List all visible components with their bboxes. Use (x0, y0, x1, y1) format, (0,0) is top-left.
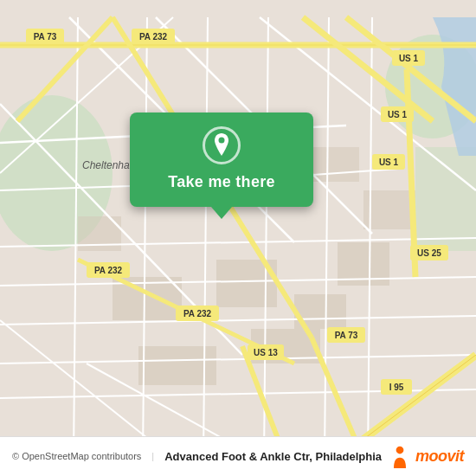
svg-rect-13 (363, 190, 415, 229)
svg-text:US 1: US 1 (388, 110, 408, 119)
svg-rect-12 (312, 147, 359, 182)
svg-text:PA 73: PA 73 (34, 32, 57, 42)
svg-text:US 13: US 13 (254, 348, 278, 357)
svg-text:PA 232: PA 232 (94, 266, 123, 275)
map-roads: PA 73 PA 232 US 1 US 1 US 1 PA 232 PA 23… (0, 0, 476, 476)
svg-text:I 95: I 95 (389, 383, 404, 392)
location-icon-wrapper (203, 126, 241, 164)
svg-point-72 (219, 138, 225, 144)
place-name-text: Advanced Foot & Ankle Ctr, Philadelphia (164, 450, 382, 463)
navigation-popup[interactable]: Take me there (130, 113, 313, 207)
svg-text:PA 232: PA 232 (183, 309, 212, 318)
location-pin-icon (211, 133, 232, 158)
bottom-bar: © OpenStreetMap contributors | Advanced … (0, 436, 476, 476)
svg-text:US 1: US 1 (399, 54, 419, 63)
map-container: PA 73 PA 232 US 1 US 1 US 1 PA 232 PA 23… (0, 0, 476, 476)
svg-text:PA 73: PA 73 (335, 331, 358, 340)
moovit-icon (388, 444, 412, 468)
svg-rect-3 (415, 147, 476, 251)
svg-point-73 (396, 447, 404, 454)
moovit-logo: moovit (388, 444, 464, 468)
bottom-left-info: © OpenStreetMap contributors | Advanced … (12, 450, 382, 463)
svg-text:US 1: US 1 (379, 158, 399, 167)
svg-text:PA 232: PA 232 (139, 32, 168, 42)
svg-text:US 25: US 25 (417, 248, 441, 258)
moovit-brand-text: moovit (415, 447, 464, 466)
separator: | (151, 451, 154, 461)
attribution-text: © OpenStreetMap contributors (12, 451, 141, 461)
take-me-there-button[interactable]: Take me there (168, 173, 275, 191)
